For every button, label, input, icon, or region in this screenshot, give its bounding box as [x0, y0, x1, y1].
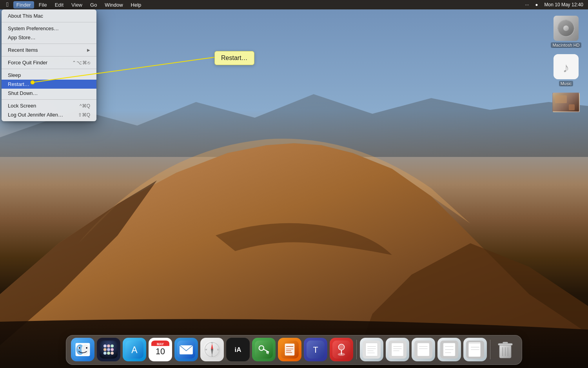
force-quit-shortcut: ⌃⌥⌘⎋ — [72, 60, 90, 66]
dock-pages[interactable] — [278, 338, 301, 361]
menu-recent-items[interactable]: Recent Items ▶ — [2, 46, 96, 55]
menu-restart[interactable]: Restart… — [2, 80, 96, 89]
svg-point-42 — [211, 349, 213, 351]
dock-doc5[interactable] — [463, 338, 487, 361]
svg-text:♪: ♪ — [563, 60, 570, 75]
menu-lock-screen[interactable]: Lock Screen ^⌘Q — [2, 101, 96, 110]
desktop-icon-music[interactable]: ♪ Music — [550, 54, 582, 86]
menu-about-this-mac[interactable]: About This Mac — [2, 11, 96, 20]
svg-rect-78 — [417, 343, 430, 356]
svg-rect-93 — [503, 342, 508, 344]
menu-force-quit[interactable]: Force Quit Finder ⌃⌥⌘⎋ — [2, 58, 96, 67]
dock-trash[interactable] — [494, 338, 517, 361]
menu-divider-2 — [2, 44, 96, 44]
svg-point-17 — [79, 347, 80, 349]
music-icon-img: ♪ — [554, 54, 579, 79]
svg-point-65 — [338, 353, 345, 356]
menu-divider-5 — [2, 99, 96, 100]
menu-shut-down[interactable]: Shut Down… — [2, 89, 96, 98]
svg-text:N: N — [211, 342, 213, 344]
menu-log-out[interactable]: Log Out Jennifer Allen… ⇧⌘Q — [2, 110, 96, 119]
dock-separator — [356, 340, 357, 359]
dock-finder[interactable] — [71, 338, 94, 361]
svg-text:iA: iA — [235, 346, 241, 353]
menu-divider-4 — [2, 69, 96, 69]
menubar-edit[interactable]: Edit — [52, 1, 67, 9]
svg-point-21 — [107, 344, 110, 348]
dock-doc2[interactable] — [386, 338, 409, 361]
restart-callout-label: Restart… — [221, 55, 248, 61]
dock-launchpad[interactable] — [97, 338, 120, 361]
dock-doc1[interactable] — [360, 338, 383, 361]
menubar-dots[interactable]: ··· — [523, 1, 530, 8]
svg-text:A: A — [131, 345, 138, 355]
apple-dropdown-menu: About This Mac System Preferences… App S… — [2, 9, 96, 121]
desktop:  Finder File Edit View Go Window Help ·… — [0, 0, 588, 368]
menubar-left:  Finder File Edit View Go Window Help — [3, 0, 144, 9]
menubar:  Finder File Edit View Go Window Help ·… — [0, 0, 588, 9]
svg-point-26 — [103, 352, 107, 355]
dock-teams[interactable]: T — [304, 338, 327, 361]
svg-text:10: 10 — [156, 347, 165, 356]
macintosh-hd-label: Macintosh HD — [551, 42, 581, 48]
svg-point-4 — [557, 20, 575, 37]
menubar-window[interactable]: Window — [102, 1, 126, 9]
menubar-go[interactable]: Go — [87, 1, 100, 9]
svg-rect-3 — [554, 16, 579, 41]
menubar-file[interactable]: File — [36, 1, 50, 9]
music-label: Music — [559, 81, 573, 86]
svg-text:MAY: MAY — [157, 342, 164, 346]
svg-rect-73 — [392, 343, 404, 356]
log-out-shortcut: ⇧⌘Q — [78, 112, 90, 118]
desktop-icon-screenshot[interactable] — [552, 93, 580, 112]
svg-point-27 — [107, 352, 110, 355]
menu-sleep[interactable]: Sleep — [2, 71, 96, 80]
svg-rect-55 — [285, 344, 295, 356]
svg-point-18 — [86, 347, 87, 349]
svg-point-28 — [111, 352, 114, 355]
svg-point-14 — [82, 344, 89, 355]
menu-divider-3 — [2, 56, 96, 56]
desktop-icons: Macintosh HD ♪ Music — [550, 16, 582, 112]
dock: A MAY 10 — [66, 335, 522, 365]
svg-point-20 — [103, 344, 107, 348]
restart-callout: Restart… — [214, 51, 254, 65]
dock-separator-2 — [490, 340, 490, 359]
menubar-finder[interactable]: Finder — [13, 1, 34, 9]
menu-app-store[interactable]: App Store… — [2, 33, 96, 42]
svg-point-23 — [103, 348, 107, 351]
recent-items-arrow: ▶ — [87, 48, 90, 52]
dock-mail[interactable] — [174, 338, 198, 361]
dock-keepass[interactable] — [252, 338, 276, 361]
menubar-view[interactable]: View — [68, 1, 85, 9]
svg-text:T: T — [313, 345, 318, 355]
menu-divider-1 — [2, 22, 96, 22]
svg-text:E: E — [218, 348, 219, 351]
lock-screen-shortcut: ^⌘Q — [80, 103, 90, 109]
screenshot-thumbnail — [552, 93, 580, 112]
svg-text:S: S — [211, 355, 213, 357]
menubar-help[interactable]: Help — [128, 1, 145, 9]
menubar-right: ··· ● Mon 10 May 12:40 — [523, 1, 585, 8]
svg-point-22 — [111, 344, 114, 348]
menubar-siri[interactable]: ● — [534, 1, 539, 8]
desktop-icon-macintosh-hd[interactable]: Macintosh HD — [550, 16, 582, 48]
dock-safari[interactable]: N E S W — [200, 338, 224, 361]
menu-system-preferences[interactable]: System Preferences… — [2, 24, 96, 33]
dock-joystick[interactable] — [330, 338, 353, 361]
apple-menu-button[interactable]:  — [3, 0, 12, 9]
svg-rect-88 — [468, 344, 481, 357]
menubar-datetime: Mon 10 May 12:40 — [543, 1, 585, 8]
svg-point-25 — [111, 348, 114, 351]
svg-point-6 — [564, 26, 568, 31]
svg-point-63 — [338, 344, 344, 350]
dock-calendar[interactable]: MAY 10 — [149, 338, 172, 361]
dock-appstore[interactable]: A — [123, 338, 146, 361]
svg-rect-67 — [366, 343, 378, 356]
svg-point-24 — [107, 348, 110, 351]
dock-doc3[interactable] — [412, 338, 435, 361]
dock-ia-writer[interactable]: iA — [226, 338, 250, 361]
dock-doc4[interactable] — [437, 338, 461, 361]
hdd-icon-img — [554, 16, 579, 41]
svg-point-5 — [561, 23, 572, 34]
